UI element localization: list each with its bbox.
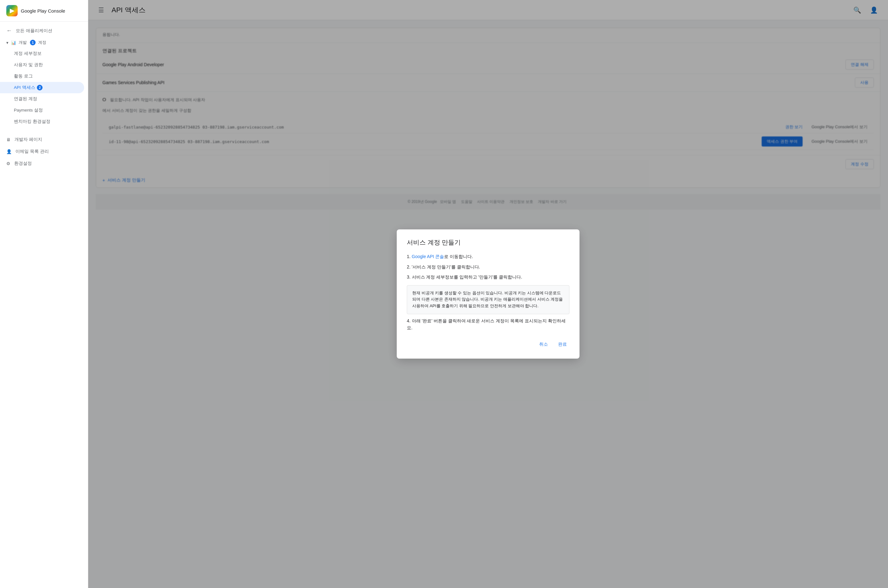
- main-content: ☰ API 액세스 🔍 👤 용됩니다. 연결된 프로젝트 Google Play…: [88, 0, 888, 588]
- modal-step-3: 3. 서비스 계정 세부정보를 입력하고 '만들기'를 클릭합니다.: [407, 273, 569, 280]
- sidebar-item-api-access[interactable]: API 액세스 2: [0, 82, 84, 93]
- step1-suffix: 로 이동합니다.: [444, 254, 473, 259]
- back-icon: ←: [6, 27, 12, 34]
- sidebar-item-benchmarking[interactable]: 벤치마킹 환경설정: [0, 116, 84, 127]
- modal-note: 현재 비공개 키를 생성할 수 있는 옵션이 있습니다. 비공개 키는 시스템에…: [407, 285, 569, 314]
- modal-overlay: 서비스 계정 만들기 1. Google API 콘솔로 이동합니다. 2. '…: [88, 0, 888, 588]
- sidebar-nav: ← 모든 애플리케이션 ▾ 📊 개발 1 계정 계정 세부정보 사용자 및 권한…: [0, 22, 88, 172]
- activity-log-label: 활동 로그: [14, 74, 33, 78]
- section-badge: 1: [30, 40, 36, 45]
- sidebar-item-linked-accounts[interactable]: 연결된 계정: [0, 93, 84, 105]
- settings-icon: ⚙: [6, 161, 10, 166]
- settings-label: 환경설정: [14, 161, 32, 166]
- email-list-icon: 👤: [6, 149, 12, 154]
- api-access-label: API 액세스: [14, 85, 35, 90]
- sidebar-item-developer-page[interactable]: 🖥 개발자 페이지: [0, 134, 84, 146]
- section-header: ▾ 📊 개발 1 계정: [0, 37, 88, 48]
- developer-page-icon: 🖥: [6, 137, 11, 142]
- sidebar-item-settings[interactable]: ⚙ 환경설정: [0, 158, 84, 170]
- modal-actions: 취소 완료: [407, 339, 569, 350]
- back-label: 모든 애플리케이션: [16, 28, 52, 34]
- modal-cancel-button[interactable]: 취소: [537, 339, 550, 350]
- sidebar-item-activity-log[interactable]: 활동 로그: [0, 70, 84, 82]
- email-list-label: 이메일 목록 관리: [15, 149, 49, 154]
- modal-step-2: 2. '서비스 계정 만들기'를 클릭합니다.: [407, 263, 569, 270]
- step1-prefix: 1.: [407, 254, 412, 259]
- sidebar-item-payments-setup[interactable]: Payments 설정: [0, 105, 84, 116]
- back-to-apps[interactable]: ← 모든 애플리케이션: [0, 24, 84, 37]
- section-icon: 📊: [11, 40, 16, 45]
- modal-step-1: 1. Google API 콘솔로 이동합니다.: [407, 253, 569, 260]
- modal-title: 서비스 계정 만들기: [407, 238, 569, 247]
- linked-accounts-label: 연결된 계정: [14, 96, 37, 101]
- account-details-label: 계정 세부정보: [14, 51, 42, 56]
- users-permissions-label: 사용자 및 권한: [14, 62, 43, 67]
- sidebar-item-users-permissions[interactable]: 사용자 및 권한: [0, 59, 84, 70]
- sidebar-item-email-list[interactable]: 👤 이메일 목록 관리: [0, 146, 84, 158]
- developer-page-label: 개발자 페이지: [15, 137, 42, 142]
- section-label: 개발: [19, 40, 27, 45]
- benchmarking-label: 벤치마킹 환경설정: [14, 119, 50, 124]
- google-api-console-link[interactable]: Google API 콘솔: [412, 254, 444, 259]
- section-grid-icon: ▾: [6, 40, 9, 45]
- app-name: Google Play Console: [21, 8, 65, 14]
- modal-step-4: 4. 아래 '완료' 버튼을 클릭하여 새로운 서비스 계정이 목록에 표시되는…: [407, 317, 569, 332]
- section-account-label: 계정: [38, 40, 46, 45]
- create-service-account-modal: 서비스 계정 만들기 1. Google API 콘솔로 이동합니다. 2. '…: [397, 230, 579, 358]
- modal-confirm-button[interactable]: 완료: [555, 339, 569, 350]
- app-logo: ▶: [6, 5, 18, 16]
- sidebar-header: ▶ Google Play Console: [0, 0, 88, 22]
- api-access-badge: 2: [37, 85, 42, 90]
- sidebar-item-account-details[interactable]: 계정 세부정보: [0, 48, 84, 59]
- payments-setup-label: Payments 설정: [14, 108, 43, 112]
- sidebar: ▶ Google Play Console ← 모든 애플리케이션 ▾ 📊 개발…: [0, 0, 88, 588]
